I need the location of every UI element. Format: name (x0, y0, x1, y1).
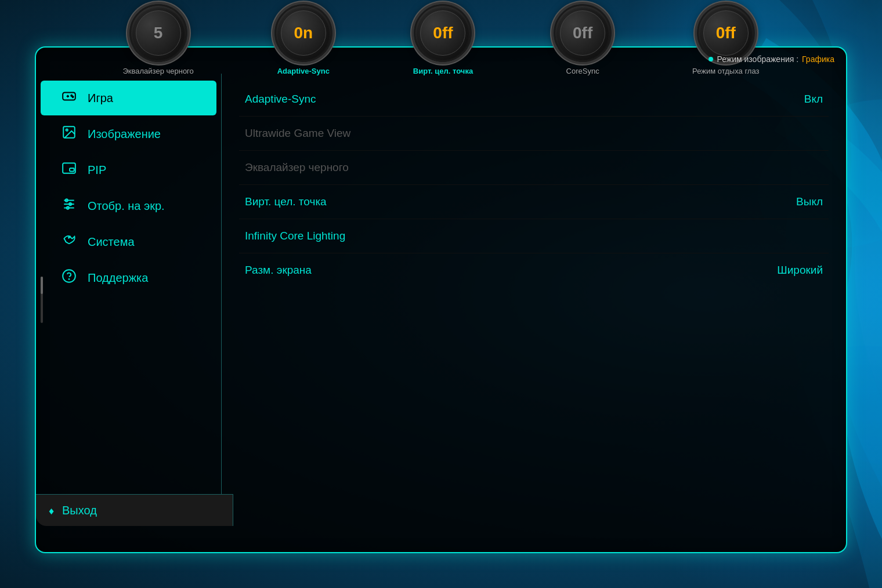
sidebar-item-support[interactable]: Поддержка (41, 260, 216, 295)
exit-label: Выход (62, 504, 97, 517)
knob-value-crosshair: 0ff (433, 24, 453, 42)
menu-row-ultrawide[interactable]: Ultrawide Game View (239, 117, 829, 151)
menu-row-label-crosshair: Вирт. цел. точка (245, 195, 327, 208)
knob-item-coresync[interactable]: 0ff CoreSync (554, 4, 612, 75)
knob-label-adaptive-sync: Adaptive-Sync (277, 67, 330, 75)
exit-icon: ⬧ (48, 503, 55, 518)
image-mode-value: Графика (802, 55, 834, 64)
sidebar-item-image[interactable]: Изображение (41, 117, 216, 151)
menu-row-label-ultrawide: Ultrawide Game View (245, 127, 350, 140)
knob-bar: 5 Эквалайзер черного 0n Adaptive-Sync 0f… (36, 4, 846, 75)
knob-item-adaptive-sync[interactable]: 0n Adaptive-Sync (274, 4, 332, 75)
menu-row-infinity-lighting[interactable]: Infinity Core Lighting (239, 219, 829, 253)
sidebar-label-pip: PIP (88, 164, 106, 177)
menu-row-value-adaptive-sync: Вкл (804, 93, 823, 106)
sidebar-label-game: Игра (88, 92, 113, 105)
knob-item-crosshair[interactable]: 0ff Вирт. цел. точка (413, 4, 473, 75)
menu-content: Игра Изображение PIP Отобр. на экр. Сист… (36, 74, 846, 526)
knob-value-eye-care: 0ff (716, 24, 736, 42)
knob-label-coresync: CoreSync (566, 67, 599, 75)
knob-adaptive-sync[interactable]: 0n (274, 4, 332, 62)
menu-row-value-crosshair: Выкл (796, 195, 823, 208)
menu-row-label-screen-size: Разм. экрана (245, 264, 312, 277)
knob-value-adaptive-sync: 0n (294, 24, 313, 42)
sidebar-icon-image (61, 125, 77, 143)
sidebar-item-pip[interactable]: PIP (41, 153, 216, 187)
sidebar: Игра Изображение PIP Отобр. на экр. Сист… (36, 74, 222, 526)
sidebar-item-game[interactable]: Игра (41, 81, 216, 115)
knob-crosshair[interactable]: 0ff (414, 4, 472, 62)
svg-point-6 (72, 96, 73, 97)
svg-rect-10 (70, 168, 74, 171)
knob-item-eye-care[interactable]: 0ff Режим отдыха глаз (692, 4, 759, 75)
image-mode-bar: Режим изображения : Графика (709, 55, 834, 64)
sidebar-label-display: Отобр. на экр. (88, 199, 165, 213)
sidebar-icon-system (61, 233, 77, 251)
knob-label-crosshair: Вирт. цел. точка (413, 67, 473, 75)
sidebar-item-display[interactable]: Отобр. на экр. (41, 188, 216, 223)
sidebar-items: Игра Изображение PIP Отобр. на экр. Сист… (36, 79, 221, 296)
menu-row-label-black-eq: Эквалайзер черного (245, 161, 349, 174)
knob-eye-care[interactable]: 0ff (697, 4, 755, 62)
knob-label-eye-care: Режим отдыха глаз (692, 67, 759, 75)
sidebar-label-system: Система (88, 235, 135, 249)
menu-row-screen-size[interactable]: Разм. экрана Широкий (239, 253, 829, 287)
menu-rows: Adaptive-Sync Вкл Ultrawide Game View Эк… (239, 82, 829, 287)
sidebar-label-image: Изображение (88, 128, 161, 141)
knob-black-eq[interactable]: 5 (129, 4, 187, 62)
sidebar-icon-game (61, 89, 77, 107)
image-mode-label: Режим изображения : (717, 55, 798, 64)
sidebar-icon-pip (61, 161, 77, 179)
menu-row-value-screen-size: Широкий (777, 264, 823, 277)
knob-value-coresync: 0ff (573, 24, 592, 42)
menu-row-black-eq[interactable]: Эквалайзер черного (239, 151, 829, 185)
right-content: Adaptive-Sync Вкл Ultrawide Game View Эк… (222, 74, 846, 526)
sidebar-item-system[interactable]: Система (41, 224, 216, 259)
sidebar-icon-support (61, 268, 77, 287)
sidebar-label-support: Поддержка (88, 271, 148, 285)
menu-row-crosshair[interactable]: Вирт. цел. точка Выкл (239, 185, 829, 219)
menu-row-adaptive-sync[interactable]: Adaptive-Sync Вкл (239, 82, 829, 117)
scroll-indicator (41, 277, 43, 323)
svg-point-8 (66, 129, 68, 131)
knob-value-black-eq: 5 (154, 24, 163, 42)
knob-item-black-eq[interactable]: 5 Эквалайзер черного (122, 4, 193, 75)
menu-row-label-adaptive-sync: Adaptive-Sync (245, 93, 316, 106)
menu-row-label-infinity-lighting: Infinity Core Lighting (245, 230, 345, 242)
scroll-thumb (41, 277, 43, 294)
knob-coresync[interactable]: 0ff (554, 4, 612, 62)
image-mode-dot (709, 57, 713, 61)
sidebar-icon-display (61, 197, 77, 215)
exit-bar[interactable]: ⬧ Выход (36, 494, 233, 526)
osd-menu: 5 Эквалайзер черного 0n Adaptive-Sync 0f… (35, 46, 847, 553)
